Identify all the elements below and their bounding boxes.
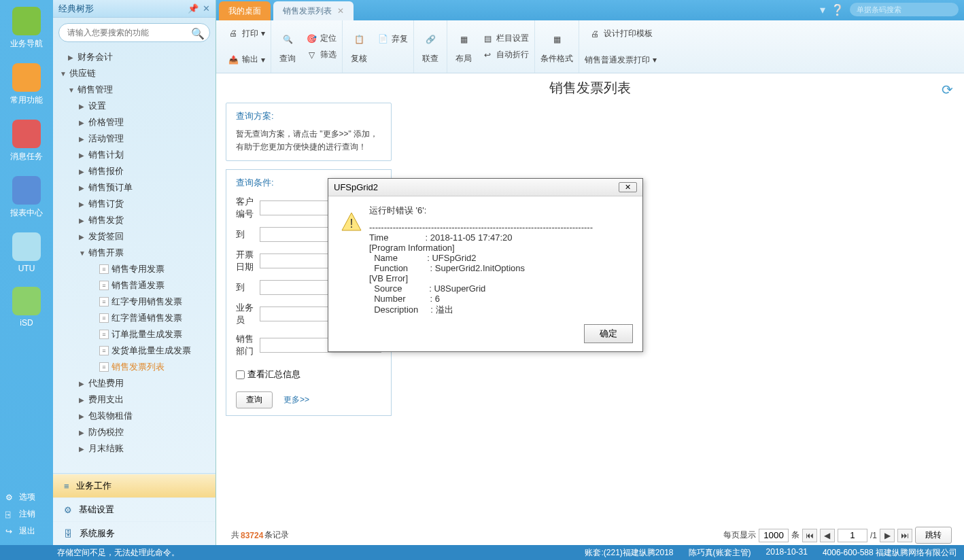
- dialog-error-line: 运行时错误 '6':: [369, 205, 593, 217]
- page-title: 销售发票列表: [549, 80, 631, 95]
- record-count: 83724: [241, 531, 263, 540]
- status-user: 陈巧真(账套主管): [689, 547, 751, 559]
- dialog-title: UFSpGrid2: [334, 182, 378, 192]
- columns-button[interactable]: ▤栏目设置: [481, 33, 529, 45]
- invoice-print-button[interactable]: 销售普通发票打印 ▾: [585, 54, 657, 66]
- status-company: 4006-600-588 福建纵腾网络有限公司: [823, 547, 957, 559]
- dialog-header[interactable]: UFSpGrid2 ✕: [328, 179, 642, 196]
- query-button[interactable]: 🔍查询: [277, 29, 298, 65]
- tree-node[interactable]: ▶销售报价: [57, 163, 216, 179]
- rail-item-4[interactable]: UTU: [0, 226, 53, 280]
- sidebar-title: 经典树形: [58, 3, 94, 15]
- rail-item-2[interactable]: 消息任务: [0, 113, 53, 169]
- rail-bottom: ⚙选项 ⍈注销 ↪退出: [0, 489, 53, 540]
- tab-close-icon[interactable]: ✕: [337, 6, 344, 16]
- tree-node[interactable]: ▶销售预订单: [57, 179, 216, 196]
- status-message: 存储空间不足，无法处理此命令。: [57, 547, 179, 559]
- rail-item-3[interactable]: 报表中心: [0, 169, 53, 226]
- tab-bar: 我的桌面 销售发票列表✕ ▾ ❔: [216, 0, 964, 20]
- help-icon[interactable]: ❔: [831, 3, 844, 16]
- next-page-button[interactable]: ▶: [880, 529, 895, 542]
- left-rail: 业务导航常用功能消息任务报表中心UTUiSD ⚙选项 ⍈注销 ↪退出: [0, 0, 53, 560]
- tree-node[interactable]: ▶发货签回: [57, 228, 216, 245]
- query-plan-panel: 查询方案: 暂无查询方案，请点击 "更多>>" 添加，有助于您更加方便快捷的进行…: [226, 103, 392, 161]
- sidebar-search-input[interactable]: [58, 23, 210, 42]
- prev-page-button[interactable]: ◀: [820, 529, 835, 542]
- tab-desktop[interactable]: 我的桌面: [219, 1, 271, 20]
- tree-node[interactable]: ≡发货单批量生成发票: [57, 343, 216, 359]
- rail-item-1[interactable]: 常用功能: [0, 56, 53, 113]
- tree-node[interactable]: ▶设置: [57, 98, 216, 114]
- tree-node[interactable]: ≡红字专用销售发票: [57, 294, 216, 310]
- close-icon[interactable]: ✕: [203, 3, 210, 14]
- refresh-icon[interactable]: ⟳: [942, 82, 953, 98]
- tree-node[interactable]: ▶活动管理: [57, 130, 216, 147]
- tree-node[interactable]: ▶销售计划: [57, 147, 216, 163]
- last-page-button[interactable]: ⏭: [897, 529, 912, 542]
- wrap-button[interactable]: ↩自动折行: [481, 49, 529, 61]
- query-plan-title: 查询方案:: [236, 110, 381, 122]
- dialog-detail: ----------------------------------------…: [369, 222, 593, 316]
- sidebar-header: 经典树形 📌✕: [53, 0, 216, 18]
- query-submit-button[interactable]: 查询: [236, 391, 273, 408]
- abandon-button[interactable]: 📄弃复: [377, 33, 408, 45]
- page-input[interactable]: [838, 529, 867, 542]
- summary-checkbox[interactable]: [236, 370, 245, 379]
- tree-node[interactable]: ▶费用支出: [57, 391, 216, 408]
- joint-query-button[interactable]: 🔗联查: [419, 29, 441, 65]
- print-button[interactable]: 🖨打印 ▾: [227, 27, 265, 39]
- rail-item-5[interactable]: iSD: [0, 280, 53, 334]
- status-bar: 存储空间不足，无法处理此命令。 账套:(221)福建纵腾2018 陈巧真(账套主…: [0, 545, 964, 560]
- top-search-input[interactable]: [850, 3, 959, 16]
- tree-node[interactable]: ▶代垫费用: [57, 375, 216, 391]
- sidebar: 经典树形 📌✕ 🔍 ▶财务会计▼供应链▼销售管理▶设置▶价格管理▶活动管理▶销售…: [53, 0, 216, 545]
- status-date: 2018-10-31: [766, 547, 808, 559]
- filter-button[interactable]: ▽筛选: [305, 49, 337, 61]
- rail-item-0[interactable]: 业务导航: [0, 0, 53, 56]
- dialog-ok-button[interactable]: 确定: [584, 324, 633, 343]
- sidebar-tab-settings[interactable]: ⚙基础设置: [53, 497, 216, 521]
- tree-node[interactable]: ▼销售管理: [57, 82, 216, 98]
- rail-exit[interactable]: ↪退出: [0, 523, 53, 540]
- tree-node[interactable]: ▶销售发货: [57, 212, 216, 228]
- sidebar-bottom: ≡业务工作 ⚙基础设置 🗄系统服务: [53, 473, 216, 545]
- design-template-button[interactable]: 🖨设计打印模板: [589, 28, 653, 40]
- rail-logout[interactable]: ⍈注销: [0, 506, 53, 523]
- pin-icon[interactable]: 📌: [188, 3, 199, 14]
- tree-node[interactable]: ≡订单批量生成发票: [57, 326, 216, 343]
- sidebar-tab-work[interactable]: ≡业务工作: [53, 474, 216, 497]
- first-page-button[interactable]: ⏮: [802, 529, 817, 542]
- tree-node[interactable]: ≡销售发票列表: [57, 359, 216, 375]
- review-button[interactable]: 📋复核: [348, 29, 370, 65]
- tree-node[interactable]: ≡红字普通销售发票: [57, 310, 216, 326]
- error-dialog: UFSpGrid2 ✕ ! 运行时错误 '6': ---------------…: [328, 178, 643, 352]
- tree-node[interactable]: ▼供应链: [57, 65, 216, 82]
- per-page-input[interactable]: [759, 529, 789, 542]
- locate-button[interactable]: 🎯定位: [305, 33, 337, 45]
- tree-node[interactable]: ▶价格管理: [57, 114, 216, 130]
- tree-node[interactable]: ▶财务会计: [57, 49, 216, 65]
- jump-button[interactable]: 跳转: [915, 527, 952, 544]
- warning-icon: !: [341, 211, 362, 233]
- tree-node[interactable]: ▶包装物租借: [57, 408, 216, 424]
- output-button[interactable]: 📤输出 ▾: [227, 54, 265, 66]
- dialog-close-icon[interactable]: ✕: [619, 182, 637, 192]
- tree-node[interactable]: ▶防伪税控: [57, 424, 216, 440]
- tree-node[interactable]: ▶销售订货: [57, 196, 216, 212]
- more-link[interactable]: 更多>>: [283, 394, 309, 406]
- tree-node[interactable]: ≡销售专用发票: [57, 261, 216, 277]
- svg-text:!: !: [349, 217, 353, 230]
- rail-options[interactable]: ⚙选项: [0, 489, 53, 506]
- page-title-bar: 销售发票列表 ⟳: [216, 73, 964, 103]
- search-icon[interactable]: 🔍: [191, 27, 205, 40]
- status-account: 账套:(221)福建纵腾2018: [585, 547, 673, 559]
- tab-invoice-list[interactable]: 销售发票列表✕: [273, 1, 354, 20]
- layout-button[interactable]: ▦布局: [453, 29, 475, 65]
- tree-node[interactable]: ▶月末结账: [57, 440, 216, 457]
- query-plan-body: 暂无查询方案，请点击 "更多>>" 添加，有助于您更加方便快捷的进行查询！: [236, 128, 381, 154]
- chevron-down-icon[interactable]: ▾: [820, 3, 825, 16]
- tree-node[interactable]: ▼销售开票: [57, 245, 216, 261]
- cond-format-button[interactable]: ▦条件格式: [540, 29, 573, 65]
- sidebar-tab-service[interactable]: 🗄系统服务: [53, 521, 216, 545]
- tree-node[interactable]: ≡销售普通发票: [57, 277, 216, 294]
